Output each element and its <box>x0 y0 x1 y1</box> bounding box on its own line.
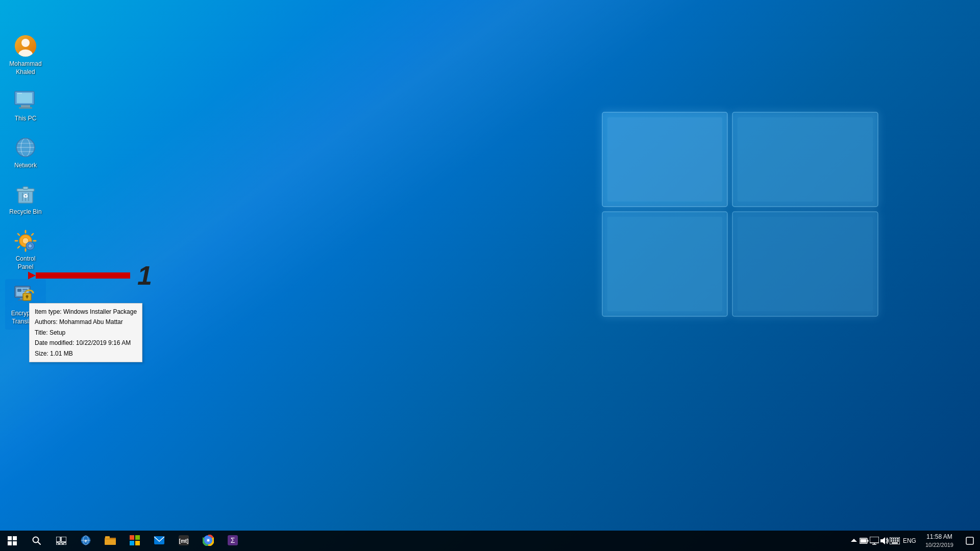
network-icon <box>13 135 38 160</box>
desktop-icons-container: Mohammad Khaled This PC <box>0 24 51 339</box>
svg-line-36 <box>32 234 33 235</box>
svg-rect-88 <box>870 537 879 543</box>
language-indicator[interactable]: ENG <box>900 531 919 551</box>
svg-rect-87 <box>860 539 866 543</box>
tooltip-date-value: 10/22/2019 9:16 AM <box>76 339 131 346</box>
this-pc-icon <box>13 88 38 113</box>
svg-rect-94 <box>893 538 894 540</box>
control-panel-icon <box>13 229 38 253</box>
user-icon-label: Mohammad Khaled <box>7 60 44 76</box>
svg-rect-62 <box>60 543 62 545</box>
taskbar-app-file-explorer[interactable] <box>98 531 122 551</box>
recycle-bin-label: Recycle Bin <box>9 208 41 216</box>
svg-rect-4 <box>607 117 722 202</box>
svg-point-9 <box>21 39 30 47</box>
tooltip-authors: Authors: Mohammad Abu Mattar <box>35 317 137 327</box>
svg-rect-101 <box>892 542 898 544</box>
svg-rect-73 <box>130 541 134 545</box>
network-label: Network <box>14 162 37 170</box>
svg-rect-93 <box>891 538 892 540</box>
annotation-number: 1 <box>137 262 152 289</box>
svg-rect-96 <box>897 538 899 540</box>
search-button[interactable] <box>24 531 49 551</box>
recycle-bin-icon: ♻ <box>13 182 38 206</box>
taskbar-app-chrome[interactable] <box>196 531 220 551</box>
taskbar-app-mt1[interactable]: [mt] <box>172 531 196 551</box>
clock-date: 10/22/2019 <box>925 541 953 549</box>
svg-rect-97 <box>891 540 892 542</box>
svg-rect-63 <box>63 543 66 545</box>
keyboard-icon[interactable] <box>890 531 900 551</box>
svg-rect-55 <box>8 541 12 545</box>
desktop-icon-network[interactable]: Network <box>5 131 46 174</box>
svg-text:♻: ♻ <box>23 193 28 199</box>
tooltip-item-type-value: Windows Installer Package <box>63 308 137 315</box>
start-button[interactable] <box>0 531 24 551</box>
svg-rect-86 <box>867 540 868 542</box>
svg-rect-6 <box>607 217 722 311</box>
svg-rect-74 <box>135 541 140 545</box>
arrow-annotation: 1 <box>28 260 152 291</box>
desktop: Mohammad Khaled This PC <box>0 0 980 551</box>
taskbar-app-store[interactable] <box>122 531 147 551</box>
taskbar: e <box>0 531 980 551</box>
file-info-tooltip: Item type: Windows Installer Package Aut… <box>29 303 142 362</box>
speaker-icon[interactable] <box>879 531 890 551</box>
taskbar-apps: e <box>74 531 245 551</box>
svg-rect-100 <box>897 540 899 542</box>
svg-rect-5 <box>738 117 873 202</box>
svg-rect-59 <box>56 537 60 542</box>
svg-line-58 <box>38 542 40 544</box>
svg-rect-54 <box>13 536 17 540</box>
windows-logo <box>592 102 888 327</box>
desktop-icon-this-pc[interactable]: This PC <box>5 84 46 127</box>
this-pc-label: This PC <box>15 115 37 123</box>
svg-rect-70 <box>105 536 110 539</box>
tooltip-size-label: Size: <box>35 350 48 357</box>
tray-expand-icon[interactable] <box>849 531 859 551</box>
svg-rect-102 <box>966 537 973 544</box>
svg-point-40 <box>28 244 32 248</box>
taskbar-left: e <box>0 531 245 551</box>
svg-rect-48 <box>17 289 21 292</box>
svg-rect-75 <box>154 536 164 544</box>
user-icon <box>13 34 38 58</box>
svg-rect-14 <box>19 107 32 109</box>
task-view-button[interactable] <box>49 531 74 551</box>
tooltip-title-value: Setup <box>50 329 65 336</box>
taskbar-right: ENG 11:58 AM 10/22/2019 <box>849 531 980 551</box>
tooltip-item-type: Item type: Windows Installer Package <box>35 307 137 317</box>
tooltip-title-label: Title: <box>35 329 48 336</box>
tooltip-item-type-label: Item type: <box>35 308 62 315</box>
tooltip-date-label: Date modified: <box>35 339 74 346</box>
svg-point-81 <box>207 539 210 542</box>
taskbar-app-mail[interactable] <box>147 531 172 551</box>
desktop-icon-recycle-bin[interactable]: ♻ Recycle Bin <box>5 178 46 220</box>
svg-rect-24 <box>23 187 28 189</box>
taskbar-app-ie[interactable]: e <box>74 531 98 551</box>
svg-rect-99 <box>895 540 896 542</box>
svg-rect-56 <box>13 541 17 545</box>
svg-line-37 <box>18 246 19 248</box>
svg-rect-13 <box>21 105 30 107</box>
tooltip-authors-label: Authors: <box>35 318 58 325</box>
tooltip-date: Date modified: 10/22/2019 9:16 AM <box>35 338 137 348</box>
monitor-icon[interactable] <box>869 531 879 551</box>
battery-icon[interactable] <box>859 531 869 551</box>
svg-rect-60 <box>61 537 66 542</box>
svg-rect-53 <box>8 536 12 540</box>
svg-text:e: e <box>84 538 87 543</box>
notification-button[interactable] <box>960 531 980 551</box>
svg-marker-84 <box>851 539 857 542</box>
svg-rect-98 <box>893 540 894 542</box>
taskbar-app-sigma[interactable]: Σ <box>220 531 245 551</box>
svg-rect-95 <box>895 538 896 540</box>
desktop-icon-user[interactable]: Mohammad Khaled <box>5 30 46 80</box>
clock-time: 11:58 AM <box>926 533 952 541</box>
svg-text:Σ: Σ <box>231 536 235 544</box>
svg-rect-61 <box>56 543 59 545</box>
taskbar-clock[interactable]: 11:58 AM 10/22/2019 <box>919 531 960 551</box>
svg-rect-49 <box>22 289 28 290</box>
tooltip-title: Title: Setup <box>35 328 137 338</box>
svg-rect-71 <box>130 535 134 540</box>
